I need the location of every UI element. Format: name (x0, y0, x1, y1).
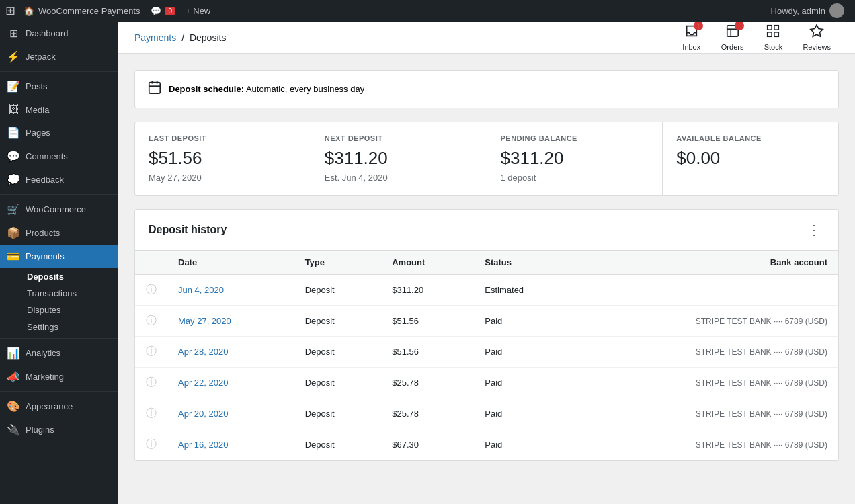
sidebar-item-woocommerce[interactable]: 🛒 WooCommerce (0, 198, 118, 221)
row-bank-account: STRIPE TEST BANK ···· 6789 (USD) (577, 398, 838, 429)
breadcrumb-payments-link[interactable]: Payments (134, 32, 176, 43)
sidebar-item-label: Analytics (26, 348, 60, 358)
deposit-history-title: Deposit history (149, 224, 227, 236)
row-amount: $311.20 (381, 275, 474, 306)
sidebar-item-label: Plugins (26, 425, 54, 435)
sidebar-sub-deposits[interactable]: Deposits (20, 268, 118, 285)
row-bank-account: STRIPE TEST BANK ···· 6789 (USD) (577, 429, 838, 460)
feedback-icon: 💭 (7, 173, 20, 186)
breadcrumb-current: Deposits (190, 32, 226, 43)
sidebar-item-dashboard[interactable]: ⊞ Dashboard (0, 22, 118, 45)
stock-icon (766, 24, 780, 42)
row-type: Deposit (294, 275, 382, 306)
sidebar-item-label: Appearance (26, 401, 73, 411)
woocommerce-icon: 🛒 (7, 203, 20, 216)
new-label: + New (186, 6, 210, 16)
sidebar-item-posts[interactable]: 📝 Posts (0, 75, 118, 98)
stat-last-deposit-value: $51.56 (149, 148, 297, 169)
row-amount: $25.78 (381, 368, 474, 398)
stat-available-balance-value: $0.00 (676, 148, 825, 169)
row-info-icon[interactable]: ⓘ (135, 306, 167, 337)
row-date: Apr 20, 2020 (167, 398, 294, 429)
row-date: Apr 22, 2020 (167, 368, 294, 398)
sidebar-item-label: Comments (26, 151, 68, 161)
admin-bar-new[interactable]: + New (180, 0, 216, 22)
inbox-icon: ! (684, 24, 699, 42)
admin-bar: ⊞ 🏠 WooCommerce Payments 💬 0 + New Howdy… (0, 0, 855, 22)
wp-logo-icon: ⊞ (5, 3, 15, 18)
row-type: Deposit (294, 368, 382, 398)
deposit-history-header: Deposit history ⋮ (135, 210, 838, 251)
stat-available-balance: AVAILABLE BALANCE $0.00 (663, 122, 838, 195)
products-icon: 📦 (7, 226, 20, 239)
sidebar-item-jetpack[interactable]: ⚡ Jetpack (0, 45, 118, 69)
sidebar-item-comments[interactable]: 💬 Comments (0, 144, 118, 168)
sidebar-item-media[interactable]: 🖼 Media (0, 98, 118, 121)
calendar-icon (147, 80, 162, 98)
date-link[interactable]: May 27, 2020 (178, 316, 231, 326)
row-info-icon[interactable]: ⓘ (135, 368, 167, 398)
jetpack-icon: ⚡ (7, 50, 20, 63)
stat-next-deposit-sub: Est. Jun 4, 2020 (325, 173, 473, 183)
breadcrumb: Payments / Deposits (134, 32, 673, 43)
dashboard-icon: ⊞ (7, 27, 20, 40)
date-link[interactable]: Apr 16, 2020 (178, 439, 228, 450)
date-link[interactable]: Apr 22, 2020 (178, 378, 228, 388)
sidebar-item-plugins[interactable]: 🔌 Plugins (0, 418, 118, 442)
row-info-icon[interactable]: ⓘ (135, 275, 167, 306)
sidebar-item-marketing[interactable]: 📣 Marketing (0, 365, 118, 388)
row-type: Deposit (294, 337, 382, 368)
admin-bar-howdy[interactable]: Howdy, admin (766, 3, 850, 18)
date-link[interactable]: Apr 20, 2020 (178, 409, 228, 419)
row-info-icon[interactable]: ⓘ (135, 337, 167, 368)
sidebar-item-label: Payments (26, 251, 65, 261)
reviews-label: Reviews (803, 43, 831, 51)
sidebar-item-products[interactable]: 📦 Products (0, 221, 118, 245)
row-status: Paid (474, 429, 577, 460)
row-amount: $51.56 (381, 306, 474, 337)
sidebar-item-pages[interactable]: 📄 Pages (0, 121, 118, 144)
admin-bar-comments[interactable]: 💬 0 (145, 0, 180, 22)
info-circle-icon: ⓘ (146, 407, 157, 419)
row-info-icon[interactable]: ⓘ (135, 429, 167, 460)
reviews-button[interactable]: Reviews (795, 22, 839, 55)
sidebar-item-payments[interactable]: 💳 Payments (0, 245, 118, 268)
info-circle-icon: ⓘ (146, 314, 157, 326)
date-link[interactable]: Apr 28, 2020 (178, 347, 228, 357)
deposit-schedule-value: Automatic, every business day (246, 84, 364, 94)
stock-button[interactable]: Stock (754, 22, 792, 55)
deposit-history-table: Date Type Amount Status Bank account ⓘ J… (135, 251, 838, 460)
sidebar-item-appearance[interactable]: 🎨 Appearance (0, 394, 118, 418)
sidebar-item-label: Pages (26, 128, 50, 138)
row-info-icon[interactable]: ⓘ (135, 398, 167, 429)
more-options-button[interactable]: ⋮ (803, 220, 825, 239)
sidebar-sep-2 (0, 194, 118, 195)
date-link[interactable]: Jun 4, 2020 (178, 285, 224, 295)
svg-rect-6 (774, 32, 778, 36)
th-date: Date (167, 251, 294, 275)
stat-next-deposit-label: NEXT DEPOSIT (325, 134, 473, 142)
orders-button[interactable]: ! Orders (713, 22, 752, 55)
sidebar-item-analytics[interactable]: 📊 Analytics (0, 341, 118, 365)
stat-last-deposit: LAST DEPOSIT $51.56 May 27, 2020 (135, 122, 311, 195)
row-bank-account (577, 275, 838, 306)
sidebar-sub-transactions[interactable]: Transactions (20, 285, 118, 302)
deposit-schedule-banner: Deposit schedule: Automatic, every busin… (134, 70, 839, 108)
svg-rect-5 (768, 32, 772, 36)
inbox-button[interactable]: ! Inbox (673, 22, 710, 55)
media-icon: 🖼 (7, 103, 20, 116)
sidebar-sep-3 (0, 338, 118, 339)
sidebar-sub-settings[interactable]: Settings (20, 319, 118, 335)
orders-icon: ! (725, 24, 740, 42)
row-type: Deposit (294, 306, 382, 337)
inbox-badge: ! (694, 22, 703, 30)
row-date: Apr 16, 2020 (167, 429, 294, 460)
svg-rect-3 (768, 26, 772, 30)
stat-last-deposit-sub: May 27, 2020 (149, 173, 297, 183)
appearance-icon: 🎨 (7, 400, 20, 413)
sidebar-item-feedback[interactable]: 💭 Feedback (0, 168, 118, 192)
admin-bar-site[interactable]: 🏠 WooCommerce Payments (18, 6, 145, 16)
stat-next-deposit: NEXT DEPOSIT $311.20 Est. Jun 4, 2020 (311, 122, 487, 195)
sidebar-sub-disputes[interactable]: Disputes (20, 302, 118, 319)
row-date: Apr 28, 2020 (167, 337, 294, 368)
